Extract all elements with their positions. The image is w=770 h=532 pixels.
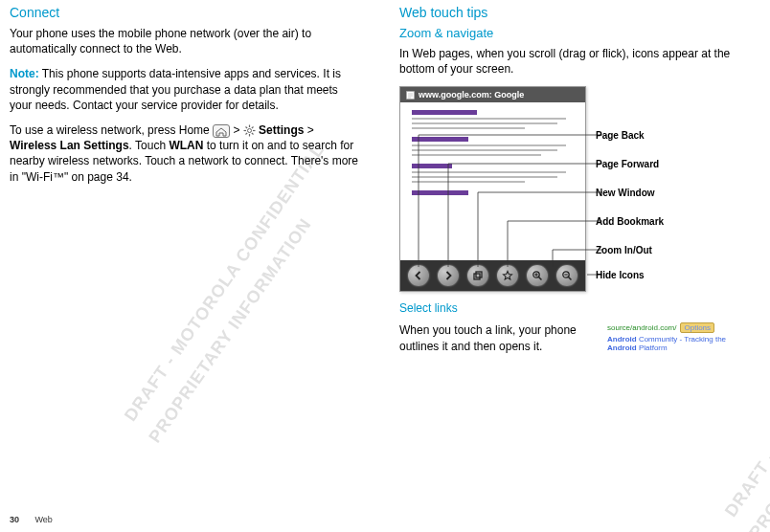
- legend-forward: Page Forward: [596, 159, 659, 169]
- zoom-nav-p: In Web pages, when you scroll (drag or f…: [399, 46, 751, 77]
- svg-rect-9: [407, 91, 415, 99]
- browser-page: [400, 102, 585, 260]
- legend-zoom: Zoom In/Out: [596, 245, 652, 255]
- svg-line-7: [252, 127, 254, 129]
- svg-rect-13: [474, 274, 480, 279]
- browser-title: www.google.com: Google: [419, 90, 524, 100]
- back-button[interactable]: [408, 265, 429, 286]
- legend-newwin: New Window: [596, 188, 655, 198]
- browser-titlebar: www.google.com: Google: [400, 87, 585, 102]
- zoom-nav-heading: Zoom & navigate: [399, 26, 751, 40]
- gear-icon: [243, 124, 256, 137]
- link-url: source/android.com/: [607, 323, 676, 332]
- home-icon: [213, 124, 230, 138]
- link-title[interactable]: Android Community - Tracking the Android…: [607, 335, 751, 352]
- legend-bookmark: Add Bookmark: [596, 216, 664, 227]
- svg-line-5: [245, 127, 247, 129]
- browser-iconbar: [400, 260, 585, 291]
- browser-screenshot: www.google.com: Google: [399, 86, 586, 292]
- link-preview: source/android.com/ Options Android Comm…: [607, 322, 751, 352]
- svg-line-8: [245, 133, 247, 135]
- section-name: Web: [35, 515, 53, 524]
- zoom-out-button[interactable]: [556, 265, 578, 286]
- legend-back: Page Back: [596, 130, 645, 141]
- options-button[interactable]: Options: [680, 322, 714, 333]
- svg-line-20: [568, 277, 571, 280]
- connect-note: Note: This phone supports data-intensive…: [10, 66, 361, 113]
- connect-p1: Your phone uses the mobile phone network…: [10, 26, 361, 56]
- new-window-button[interactable]: [467, 265, 488, 286]
- connect-p3: To use a wireless network, press Home > …: [10, 122, 361, 185]
- note-label: Note:: [10, 67, 39, 80]
- legend-hide: Hide Icons: [596, 270, 645, 280]
- tips-heading: Web touch tips: [399, 5, 751, 20]
- page-icon: [406, 91, 415, 100]
- select-links-heading: Select links: [399, 301, 751, 315]
- svg-line-6: [252, 133, 254, 135]
- svg-point-0: [247, 129, 251, 133]
- watermark-proprietary: PROPRIETARY INFORMATION: [145, 214, 316, 447]
- svg-rect-14: [476, 272, 482, 277]
- bookmark-button[interactable]: [497, 265, 518, 286]
- zoom-in-button[interactable]: [527, 265, 548, 286]
- forward-button[interactable]: [438, 265, 459, 286]
- footer: 30 Web: [10, 515, 53, 524]
- connect-heading: Connect: [10, 5, 361, 20]
- svg-line-16: [538, 277, 541, 280]
- select-links-p: When you touch a link, your phone outlin…: [399, 322, 592, 353]
- page-number: 30: [10, 515, 19, 524]
